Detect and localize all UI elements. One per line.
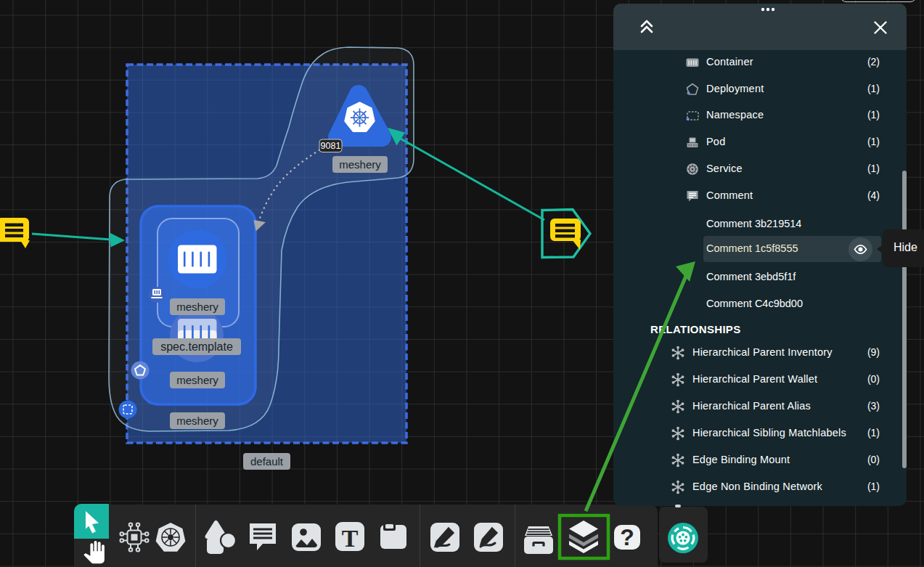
svg-text:T: T xyxy=(342,525,359,552)
svg-text:?: ? xyxy=(620,524,634,550)
svg-text:9081: 9081 xyxy=(321,141,341,151)
